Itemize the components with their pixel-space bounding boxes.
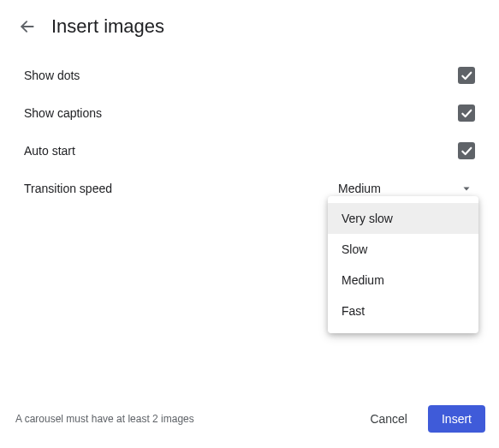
dialog-header: Insert images	[0, 0, 499, 53]
options-panel: Show dots Show captions Auto start Trans…	[0, 53, 499, 207]
validation-message: A carousel must have at least 2 images	[15, 413, 194, 425]
show-dots-checkbox[interactable]	[458, 67, 475, 84]
svg-marker-1	[464, 188, 470, 191]
option-show-dots: Show dots	[24, 57, 475, 94]
option-label: Show captions	[24, 106, 102, 120]
select-value: Medium	[338, 182, 381, 195]
arrow-left-icon	[19, 18, 36, 35]
check-icon	[460, 106, 473, 120]
insert-button[interactable]: Insert	[428, 405, 485, 433]
cancel-button[interactable]: Cancel	[356, 405, 421, 433]
option-show-captions: Show captions	[24, 94, 475, 132]
check-icon	[460, 144, 473, 158]
dialog-footer: A carousel must have at least 2 images C…	[0, 395, 499, 448]
dropdown-item-medium[interactable]: Medium	[328, 265, 478, 296]
option-auto-start: Auto start	[24, 132, 475, 170]
transition-speed-select[interactable]: Medium	[338, 182, 475, 195]
dropdown-item-slow[interactable]: Slow	[328, 234, 478, 265]
footer-actions: Cancel Insert	[356, 405, 485, 433]
check-icon	[460, 69, 473, 82]
dropdown-item-very-slow[interactable]: Very slow	[328, 203, 478, 234]
option-label: Show dots	[24, 69, 80, 82]
dialog-title: Insert images	[51, 15, 164, 38]
show-captions-checkbox[interactable]	[458, 105, 475, 122]
option-label: Auto start	[24, 144, 75, 158]
chevron-down-icon	[461, 183, 472, 194]
option-label: Transition speed	[24, 182, 112, 195]
back-button[interactable]	[17, 16, 38, 37]
dropdown-item-fast[interactable]: Fast	[328, 296, 478, 326]
transition-speed-dropdown: Very slow Slow Medium Fast	[328, 196, 478, 333]
auto-start-checkbox[interactable]	[458, 142, 475, 159]
